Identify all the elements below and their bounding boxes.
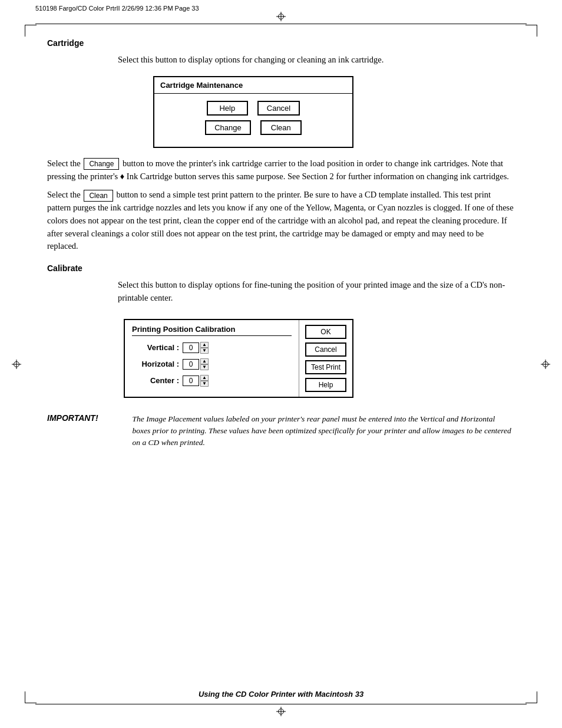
clean-text-prefix: Select the xyxy=(47,190,81,199)
calibrate-dialog-inner: Printing Position Calibration Vertical :… xyxy=(125,320,352,397)
important-section: IMPORTANT! The Image Placement values la… xyxy=(47,413,515,449)
cartridge-clean-button[interactable]: Clean xyxy=(260,120,302,135)
horizotal-down[interactable]: ▼ xyxy=(200,364,209,370)
page-wrapper: 510198 Fargo/CD Color PrtrII 2/26/99 12:… xyxy=(0,0,562,728)
calibrate-intro: Select this button to display options fo… xyxy=(118,279,515,305)
cartridge-dialog: Cartridge Maintenance Help Cancel Change… xyxy=(153,76,353,148)
vertical-label: Vertical : xyxy=(132,343,179,352)
header-bar: 510198 Fargo/CD Color PrtrII 2/26/99 12:… xyxy=(35,5,527,12)
calibrate-dialog: Printing Position Calibration Vertical :… xyxy=(124,319,353,398)
border-top xyxy=(35,24,527,24)
footer-bar: Using the CD Color Printer with Macintos… xyxy=(47,690,515,699)
cal-cancel-button[interactable]: Cancel xyxy=(305,342,346,357)
cartridge-dialog-row1: Help Cancel xyxy=(164,101,343,116)
border-bottom xyxy=(35,704,527,704)
corner-tl xyxy=(25,25,37,37)
important-text: The Image Placement values labeled on yo… xyxy=(133,413,515,449)
cartridge-change-button[interactable]: Change xyxy=(205,120,251,135)
vertical-down[interactable]: ▼ xyxy=(200,348,209,354)
center-spinner[interactable]: ▲ ▼ xyxy=(200,375,209,387)
cartridge-heading: Cartridge xyxy=(47,38,515,48)
cartridge-dialog-content: Help Cancel Change Clean xyxy=(154,94,352,147)
vertical-up[interactable]: ▲ xyxy=(200,342,209,348)
reg-mark-right xyxy=(541,360,550,369)
reg-mark-left xyxy=(12,360,21,369)
cartridge-cancel-button[interactable]: Cancel xyxy=(257,101,300,116)
center-input[interactable] xyxy=(183,375,199,386)
main-content: Cartridge Select this button to display … xyxy=(47,38,515,690)
horizotal-up[interactable]: ▲ xyxy=(200,358,209,364)
corner-br xyxy=(525,691,537,703)
clean-inline-btn: Clean xyxy=(84,190,113,202)
reg-mark-top xyxy=(276,12,286,21)
corner-bl xyxy=(25,691,37,703)
calibrate-dialog-left: Printing Position Calibration Vertical :… xyxy=(125,320,299,397)
change-text-prefix: Select the xyxy=(47,159,81,168)
calibrate-dialog-right: OK Cancel Test Print Help xyxy=(299,320,352,397)
change-inline-btn: Change xyxy=(84,158,119,170)
cartridge-dialog-title: Cartridge Maintenance xyxy=(154,77,352,94)
calibrate-dialog-title: Printing Position Calibration xyxy=(132,325,292,336)
important-label: IMPORTANT! xyxy=(47,413,98,423)
center-label: Center : xyxy=(132,376,179,385)
header-text: 510198 Fargo/CD Color PrtrII 2/26/99 12:… xyxy=(35,5,199,12)
footer-text: Using the CD Color Printer with Macintos… xyxy=(199,690,363,699)
clean-text-desc: button to send a simple test print patte… xyxy=(47,190,514,251)
calibrate-heading: Calibrate xyxy=(47,263,515,273)
vertical-row: Vertical : ▲ ▼ xyxy=(132,342,292,354)
horizotal-spinner[interactable]: ▲ ▼ xyxy=(200,358,209,370)
vertical-input[interactable] xyxy=(183,342,199,353)
change-paragraph: Select the Change button to move the pri… xyxy=(47,157,515,183)
center-row: Center : ▲ ▼ xyxy=(132,375,292,387)
center-down[interactable]: ▼ xyxy=(200,381,209,387)
corner-tr xyxy=(525,25,537,37)
cartridge-intro: Select this button to display options fo… xyxy=(118,54,515,67)
reg-mark-bottom xyxy=(276,707,286,716)
cal-test-print-button[interactable]: Test Print xyxy=(305,360,346,374)
horizotal-label: Horizotal : xyxy=(132,360,179,368)
cal-help-button[interactable]: Help xyxy=(305,378,346,392)
center-up[interactable]: ▲ xyxy=(200,375,209,381)
cartridge-dialog-row2: Change Clean xyxy=(164,120,343,135)
cartridge-section: Cartridge Select this button to display … xyxy=(47,38,515,253)
cartridge-help-button[interactable]: Help xyxy=(207,101,248,116)
cal-ok-button[interactable]: OK xyxy=(305,325,346,339)
horizotal-row: Horizotal : ▲ ▼ xyxy=(132,358,292,370)
vertical-spinner[interactable]: ▲ ▼ xyxy=(200,342,209,354)
calibrate-section: Calibrate Select this button to display … xyxy=(47,263,515,449)
clean-paragraph: Select the Clean button to send a simple… xyxy=(47,189,515,253)
horizotal-input[interactable] xyxy=(183,359,199,370)
